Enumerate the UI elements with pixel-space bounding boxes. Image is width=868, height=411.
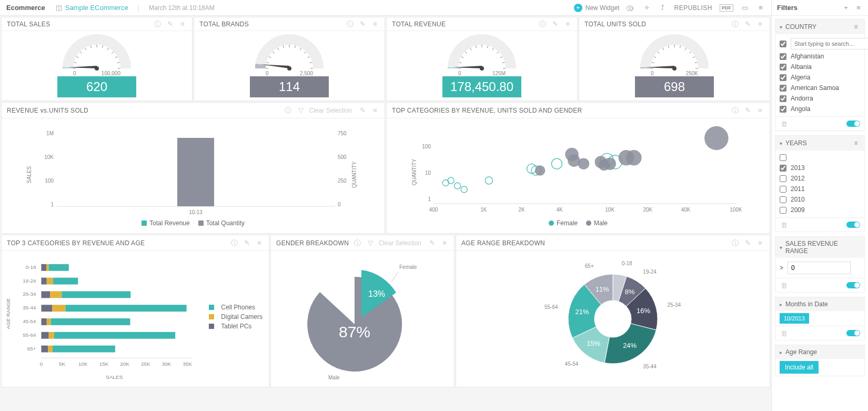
filter-head-country[interactable]: ▾COUNTRY≡ bbox=[775, 19, 864, 34]
info-icon[interactable]: ⓘ bbox=[284, 106, 292, 115]
trash-icon[interactable]: 🗑 bbox=[780, 281, 788, 289]
svg-text:35-44: 35-44 bbox=[23, 305, 36, 310]
pencil-icon[interactable]: ✎ bbox=[743, 239, 752, 247]
republish-button[interactable]: REPUBLISH bbox=[674, 4, 712, 12]
menu-icon[interactable]: ≡ bbox=[852, 139, 860, 147]
widget-title: TOTAL REVENUE bbox=[392, 21, 446, 28]
country-checkbox[interactable] bbox=[780, 74, 786, 81]
svg-rect-144 bbox=[48, 346, 53, 353]
pencil-icon[interactable]: ✎ bbox=[166, 20, 174, 28]
filter-toggle[interactable] bbox=[846, 282, 860, 288]
country-checkbox[interactable] bbox=[780, 85, 786, 92]
svg-text:0-18: 0-18 bbox=[622, 260, 632, 266]
country-checkbox[interactable] bbox=[780, 106, 786, 113]
menu-icon[interactable]: ≡ bbox=[255, 239, 264, 247]
filters-title: Filters bbox=[777, 4, 798, 12]
widget-gender-breakdown: GENDER BREAKDOWN ⓘ ▽ Clear Selection ✎ ≡ bbox=[270, 235, 455, 387]
info-icon[interactable]: ⓘ bbox=[731, 239, 739, 247]
filters-menu-icon[interactable]: ≡ bbox=[854, 4, 863, 12]
filter-toggle[interactable] bbox=[846, 121, 860, 127]
kpi-widget-3: TOTAL UNITS SOLD ⓘ✎≡ 0 250K 698 bbox=[579, 17, 770, 101]
info-icon[interactable]: ⓘ bbox=[731, 20, 739, 28]
country-search-input[interactable] bbox=[791, 38, 868, 49]
country-checkbox[interactable] bbox=[780, 95, 786, 102]
svg-text:750: 750 bbox=[338, 131, 347, 136]
year-checkbox[interactable] bbox=[780, 186, 786, 193]
menu-icon[interactable]: ≡ bbox=[440, 239, 449, 247]
svg-text:19-24: 19-24 bbox=[643, 269, 657, 275]
widget-title: TOTAL BRANDS bbox=[199, 21, 249, 28]
info-icon[interactable]: ⓘ bbox=[538, 20, 547, 28]
pencil-icon[interactable]: ✎ bbox=[551, 20, 559, 28]
info-icon[interactable]: ⓘ bbox=[230, 239, 238, 247]
info-icon[interactable]: ⓘ bbox=[731, 106, 739, 115]
pencil-icon[interactable]: ✎ bbox=[358, 20, 367, 28]
country-checkbox[interactable] bbox=[780, 53, 786, 60]
menu-icon[interactable]: ≡ bbox=[563, 20, 572, 28]
include-all-button[interactable]: Include all bbox=[780, 361, 819, 374]
filter-icon[interactable]: ▽ bbox=[366, 239, 375, 247]
data-source-label: Sample ECommerce bbox=[65, 4, 128, 12]
svg-point-109 bbox=[578, 158, 589, 169]
filter-age-range: ▸Age Range Include all bbox=[775, 345, 865, 376]
menu-icon[interactable]: ≡ bbox=[756, 239, 764, 247]
menu-icon[interactable]: ≡ bbox=[756, 4, 765, 12]
pdf-button[interactable]: PDF bbox=[720, 4, 733, 12]
clear-selection-button[interactable]: Clear Selection bbox=[379, 239, 421, 247]
gauge-icon: 0 125M bbox=[442, 34, 521, 76]
sales-range-input[interactable] bbox=[788, 262, 851, 274]
pencil-icon[interactable]: ✎ bbox=[243, 239, 251, 247]
pencil-icon[interactable]: ✎ bbox=[743, 20, 752, 28]
filter-toggle[interactable] bbox=[846, 330, 860, 336]
pencil-icon[interactable]: ✎ bbox=[743, 106, 752, 115]
pin-icon[interactable]: ✧ bbox=[642, 4, 651, 12]
share-icon[interactable]: ⤴ bbox=[658, 4, 667, 12]
last-updated: March 12th at 10:18AM bbox=[149, 4, 215, 12]
select-all-checkbox[interactable] bbox=[780, 41, 786, 47]
menu-icon[interactable]: ≡ bbox=[756, 106, 764, 115]
select-all-checkbox[interactable] bbox=[780, 154, 786, 161]
svg-line-61 bbox=[685, 48, 687, 50]
pencil-icon[interactable]: ✎ bbox=[358, 106, 367, 115]
year-label: 2012 bbox=[791, 175, 805, 182]
info-icon[interactable]: ⓘ bbox=[354, 239, 362, 247]
trash-icon[interactable]: 🗑 bbox=[780, 329, 788, 337]
pencil-icon[interactable]: ✎ bbox=[428, 239, 436, 247]
menu-icon[interactable]: ≡ bbox=[178, 20, 187, 28]
month-chip[interactable]: 10/2013 bbox=[780, 313, 809, 324]
new-widget-button[interactable]: + New Widget bbox=[574, 4, 620, 12]
svg-line-46 bbox=[500, 57, 502, 58]
svg-text:65+: 65+ bbox=[585, 263, 594, 269]
menu-icon[interactable]: ≡ bbox=[756, 20, 764, 28]
filter-head-months[interactable]: ▸Months in Date bbox=[775, 297, 864, 311]
add-filter-button[interactable]: + bbox=[842, 4, 850, 12]
year-checkbox[interactable] bbox=[780, 207, 786, 214]
year-checkbox[interactable] bbox=[780, 165, 786, 172]
svg-rect-121 bbox=[49, 264, 69, 271]
filter-head-age-range[interactable]: ▸Age Range bbox=[775, 345, 864, 359]
filter-head-sales-range[interactable]: ▾SALES REVENUE RANGE bbox=[775, 237, 864, 258]
filter-icon[interactable]: ▽ bbox=[297, 106, 305, 115]
widget-title: REVENUE vs.UNITS SOLD bbox=[7, 107, 88, 114]
trash-icon[interactable]: 🗑 bbox=[780, 220, 788, 229]
svg-line-57 bbox=[663, 48, 664, 50]
year-checkbox[interactable] bbox=[780, 175, 786, 182]
svg-text:Male: Male bbox=[328, 375, 340, 380]
menu-icon[interactable]: ≡ bbox=[371, 20, 379, 28]
menu-icon[interactable]: ≡ bbox=[852, 23, 860, 31]
widget-top-categories: TOP CATEGORIES BY REVENUE, UNITS SOLD AN… bbox=[386, 102, 770, 234]
country-checkbox[interactable] bbox=[780, 64, 786, 71]
filter-head-years[interactable]: ▾YEARS≡ bbox=[775, 136, 864, 151]
trash-icon[interactable]: 🗑 bbox=[780, 119, 788, 128]
svg-text:5K: 5K bbox=[59, 361, 66, 367]
year-checkbox[interactable] bbox=[780, 196, 786, 203]
svg-text:QUANTITY: QUANTITY bbox=[351, 161, 357, 188]
filter-toggle[interactable] bbox=[846, 222, 860, 228]
present-icon[interactable]: ▭ bbox=[741, 4, 749, 12]
menu-icon[interactable]: ≡ bbox=[371, 106, 379, 115]
style-icon[interactable]: TO bbox=[627, 4, 635, 12]
info-icon[interactable]: ⓘ bbox=[346, 20, 354, 28]
info-icon[interactable]: ⓘ bbox=[153, 20, 162, 28]
data-source-link[interactable]: ◫ Sample ECommerce bbox=[55, 4, 128, 12]
clear-selection-button[interactable]: Clear Selection bbox=[309, 107, 352, 114]
